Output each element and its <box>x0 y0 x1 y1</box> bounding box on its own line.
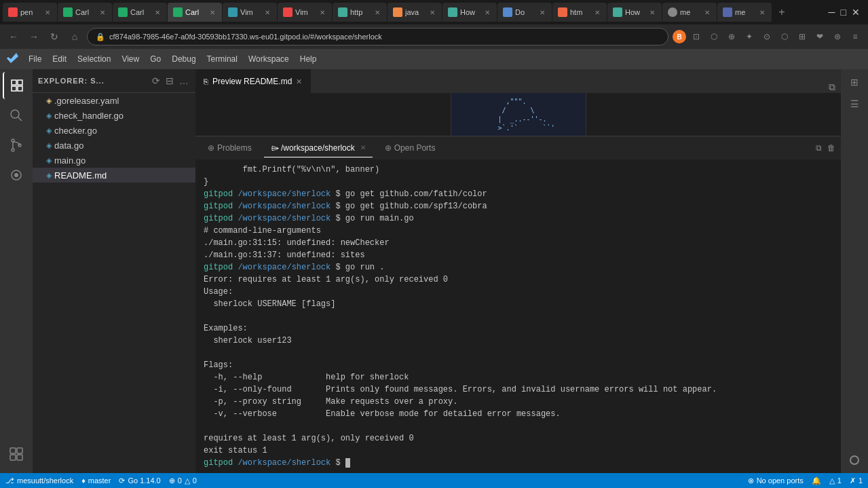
file-data[interactable]: ◈ data.go <box>33 138 195 153</box>
tab-github[interactable]: me ✕ <box>662 3 717 22</box>
tab-do[interactable]: Do ✕ <box>497 3 552 22</box>
close-button[interactable]: ✕ <box>852 7 860 18</box>
ext-icon-6[interactable]: ⬡ <box>777 29 792 44</box>
file-main[interactable]: ◈ main.go <box>33 153 195 168</box>
activity-extensions[interactable] <box>3 440 30 468</box>
status-warning-count[interactable]: △ 1 <box>829 476 842 485</box>
tab-close-how1[interactable]: ✕ <box>483 9 491 16</box>
ext-icon-3[interactable]: ⊕ <box>724 29 739 44</box>
file-checker[interactable]: ◈ checker.go <box>33 123 195 138</box>
status-sync[interactable]: ⟳ Go 1.14.0 <box>119 476 160 485</box>
ext-icon-5[interactable]: ⊙ <box>759 29 774 44</box>
file-check-handler[interactable]: ◈ check_handler.go <box>33 108 195 123</box>
tab-close-me[interactable]: ✕ <box>758 9 766 16</box>
menu-view[interactable]: View <box>116 49 145 69</box>
ext-icon-9[interactable]: ⊛ <box>830 29 845 44</box>
menu-selection[interactable]: Selection <box>72 49 116 69</box>
maximize-button[interactable]: □ <box>841 7 846 18</box>
back-button[interactable]: ← <box>5 29 22 45</box>
tab-carl2[interactable]: Carl ✕ <box>113 3 167 22</box>
terminal-tab-problems[interactable]: ⊕ Problems <box>201 138 259 157</box>
terminal-tab-ports[interactable]: ⊕ Open Ports <box>378 138 442 157</box>
file-readme[interactable]: ◈ README.md <box>33 168 195 183</box>
menu-file[interactable]: File <box>23 49 47 69</box>
menu-debug[interactable]: Debug <box>166 49 201 69</box>
brave-icon[interactable]: B <box>673 30 686 43</box>
minimize-button[interactable]: ─ <box>829 7 835 18</box>
url-bar[interactable]: 🔒 cf874a98-7985-46e7-a0fd-30593bb17330.w… <box>87 28 668 45</box>
sidebar-refresh[interactable]: ⟳ <box>151 74 162 88</box>
menu-workspace[interactable]: Workspace <box>243 49 295 69</box>
activity-explorer[interactable] <box>3 72 30 99</box>
terminal-split[interactable]: ⧉ <box>816 143 822 153</box>
tab-close-html[interactable]: ✕ <box>593 9 601 16</box>
tab-close-how2[interactable]: ✕ <box>648 9 656 16</box>
tab-me[interactable]: me ✕ <box>717 3 772 22</box>
ext-icon-10[interactable]: ≡ <box>848 29 863 44</box>
new-tab-button[interactable]: + <box>772 3 791 22</box>
tab-favicon-carl2 <box>118 7 128 17</box>
sidebar-actions: ⟳ ⊟ … <box>151 74 190 88</box>
tab-close-github[interactable]: ✕ <box>703 9 711 16</box>
right-icon-gitpod[interactable] <box>844 450 865 470</box>
tab-carl3-active[interactable]: Carl ✕ <box>168 3 222 22</box>
tab-title-how2: How <box>625 8 645 16</box>
tab-java[interactable]: java ✕ <box>388 3 442 22</box>
tab-close-carl3[interactable]: ✕ <box>208 9 216 16</box>
tab-close-carl2[interactable]: ✕ <box>153 9 162 16</box>
tab-close-pen[interactable]: ✕ <box>43 9 52 16</box>
menu-go[interactable]: Go <box>145 49 166 69</box>
tab-vim1[interactable]: Vim ✕ <box>223 3 277 22</box>
editor-tab-close-readme[interactable]: ✕ <box>296 77 302 86</box>
status-ports[interactable]: ⊗ No open ports <box>748 476 804 485</box>
menu-help[interactable]: Help <box>295 49 322 69</box>
status-error-count[interactable]: ✗ 1 <box>850 476 863 485</box>
file-name-goreleaser: .goreleaser.yaml <box>54 96 119 106</box>
terminal-tab-sherlock[interactable]: ⌲ /workspace/sherlock ✕ <box>264 138 373 157</box>
forward-button[interactable]: → <box>26 29 42 45</box>
terminal-tab-close-sherlock[interactable]: ✕ <box>360 144 366 151</box>
terminal-line-20: requires at least 1 arg(s), only receive… <box>204 432 833 445</box>
terminal-line-1: fmt.Printf("%v\n\n", banner) <box>204 164 833 176</box>
status-master[interactable]: ♦ master <box>81 476 111 485</box>
ext-icon-4[interactable]: ✦ <box>742 29 757 44</box>
activity-search[interactable] <box>3 102 30 129</box>
status-errors[interactable]: ⊕ 0 △ 0 <box>169 476 197 485</box>
right-icon-list[interactable]: ☰ <box>844 94 865 114</box>
menu-terminal[interactable]: Terminal <box>202 49 243 69</box>
right-icon-sidebar[interactable]: ⊞ <box>844 72 865 92</box>
reload-button[interactable]: ↻ <box>46 29 62 45</box>
tab-how2[interactable]: How ✕ <box>607 3 662 22</box>
status-bell[interactable]: 🔔 <box>812 476 821 485</box>
ext-icon-7[interactable]: ⊞ <box>795 29 810 44</box>
tab-yt[interactable]: Vim ✕ <box>278 3 332 22</box>
tab-bar: pen ✕ Carl ✕ Carl ✕ Carl ✕ Vim ✕ Vim ✕ <box>0 0 868 24</box>
tab-close-vim1[interactable]: ✕ <box>263 9 271 16</box>
home-button[interactable]: ⌂ <box>67 29 83 45</box>
tab-close-do[interactable]: ✕ <box>538 9 546 16</box>
tab-pen[interactable]: pen ✕ <box>3 3 57 22</box>
ext-icon-2[interactable]: ⬡ <box>706 29 721 44</box>
tab-close-carl1[interactable]: ✕ <box>98 9 107 16</box>
tab-carl1[interactable]: Carl ✕ <box>58 3 112 22</box>
editor-split-icon[interactable]: ⧉ <box>829 81 835 93</box>
ext-icon-8[interactable]: ❤ <box>812 29 827 44</box>
tab-close-yt[interactable]: ✕ <box>318 9 326 16</box>
tab-html[interactable]: htm ✕ <box>552 3 607 22</box>
file-goreleaser[interactable]: ◈ .goreleaser.yaml <box>33 93 195 108</box>
editor-tab-readme[interactable]: ⎘ Preview README.md ✕ <box>195 69 311 93</box>
ascii-art-panel: ,""". / \ | _..--''-. >`.'` ``' <box>451 93 586 136</box>
tab-close-http[interactable]: ✕ <box>373 9 381 16</box>
activity-git[interactable] <box>3 132 30 159</box>
ext-icon-1[interactable]: ⊡ <box>689 29 704 44</box>
terminal-trash[interactable]: 🗑 <box>827 143 835 153</box>
status-branch[interactable]: ⎇ mesuutt/sherlock <box>5 476 73 485</box>
tab-http[interactable]: http ✕ <box>333 3 387 22</box>
sidebar-more[interactable]: … <box>178 74 190 88</box>
activity-debug[interactable] <box>3 162 30 189</box>
sidebar-collapse[interactable]: ⊟ <box>164 74 175 88</box>
terminal-body[interactable]: fmt.Printf("%v\n\n", banner) } gitpod /w… <box>195 159 841 473</box>
tab-close-java[interactable]: ✕ <box>428 9 436 16</box>
tab-how1[interactable]: How ✕ <box>442 3 497 22</box>
menu-edit[interactable]: Edit <box>47 49 72 69</box>
